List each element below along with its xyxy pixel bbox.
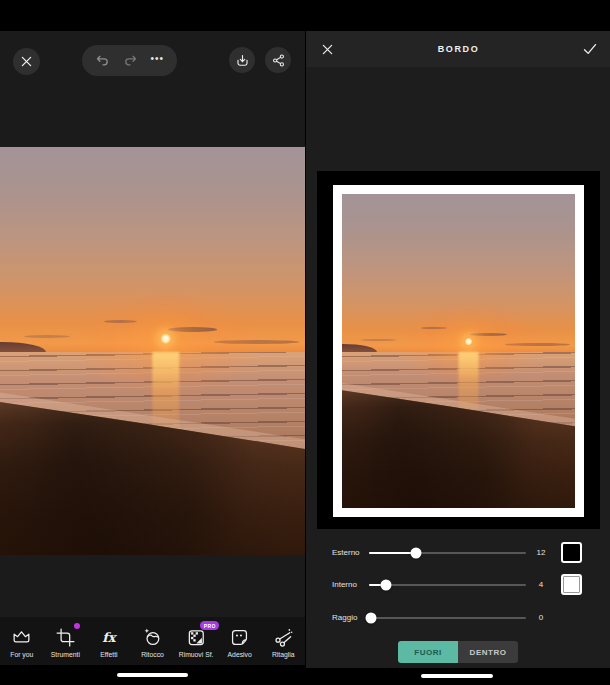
more-options-button[interactable]: ••• [151,54,165,68]
slider-row-esterno: Esterno 12 [306,542,610,564]
home-indicator[interactable] [421,674,493,678]
border-mode-toggle: FUORI DENTRO [398,641,518,663]
interno-slider[interactable] [369,584,526,586]
slider-row-raggio: Raggio 0 [306,607,610,629]
redo-button[interactable] [123,53,138,68]
close-icon [322,44,333,55]
home-indicator[interactable] [117,673,188,677]
close-button[interactable] [13,48,40,75]
border-header: BORDO [306,31,610,67]
nav-label: For you [10,651,33,658]
sticker-icon [229,626,251,648]
nav-label: Ritocco [141,651,164,658]
inner-color-swatch[interactable] [561,574,582,595]
nav-label: Adesivo [228,651,252,658]
tools-nav: For you Strumenti fx Effetti [0,617,305,665]
nav-item-adesivo[interactable]: Adesivo [218,617,262,665]
slider-fill [369,552,416,554]
sun [464,337,473,346]
history-pill: ••• [82,45,177,76]
raggio-slider[interactable] [369,617,526,619]
crop-tool-icon [54,626,76,648]
inner-border-frame [333,185,584,517]
slider-value: 12 [531,548,551,557]
undo-button[interactable] [95,53,110,68]
editor-screen: ••• [0,0,305,685]
slider-value: 4 [531,580,551,589]
outer-color-swatch[interactable] [561,542,582,563]
status-bar [306,0,610,31]
pro-badge: PRO [200,621,219,630]
nav-label: Ritaglia [272,651,295,658]
face-retouch-icon [142,626,164,648]
nav-label: Effetti [100,651,117,658]
border-tool-screen: BORDO [305,0,610,685]
crown-icon [11,626,33,648]
esterno-slider-thumb[interactable] [411,548,422,559]
slider-label: Interno [332,580,357,589]
nav-item-rimuovi-sf[interactable]: PRO Rimuovi Sf. [174,617,218,665]
sunset-photo-preview [342,194,575,508]
nav-item-strumenti[interactable]: Strumenti [44,617,88,665]
scissors-icon [272,626,294,648]
nav-item-for-you[interactable]: For you [0,617,44,665]
status-bar [0,0,305,31]
raggio-slider-thumb[interactable] [365,613,376,624]
page-title: BORDO [306,44,610,54]
mode-dentro-button[interactable]: DENTRO [458,641,518,663]
share-button[interactable] [265,47,291,73]
download-button[interactable] [229,47,255,73]
nav-item-ritaglia[interactable]: Ritaglia [261,617,305,665]
share-icon [271,53,286,68]
gesture-area [306,668,610,685]
background-remove-icon: PRO [185,626,207,648]
interno-slider-thumb[interactable] [381,580,392,591]
cancel-button[interactable] [317,39,337,59]
outer-border-preview[interactable] [317,171,600,529]
slider-row-interno: Interno 4 [306,574,610,596]
close-icon [21,56,32,67]
slider-value: 0 [531,613,551,622]
slider-label: Esterno [332,548,360,557]
download-icon [235,53,250,68]
gesture-area [0,665,305,685]
slider-label: Raggio [332,613,357,622]
mode-fuori-button[interactable]: FUORI [398,641,458,663]
photo-editor-app: ••• [0,0,610,685]
fx-icon: fx [98,626,120,648]
sun [160,333,172,345]
new-badge-dot [74,623,80,629]
esterno-slider[interactable] [369,552,526,554]
nav-label: Strumenti [51,651,80,658]
sunset-photo-canvas[interactable] [0,147,305,555]
nav-item-effetti[interactable]: fx Effetti [87,617,131,665]
nav-label: Rimuovi Sf. [179,651,214,658]
confirm-button[interactable] [580,39,600,59]
nav-item-ritocco[interactable]: Ritocco [131,617,175,665]
checkmark-icon [583,43,597,55]
